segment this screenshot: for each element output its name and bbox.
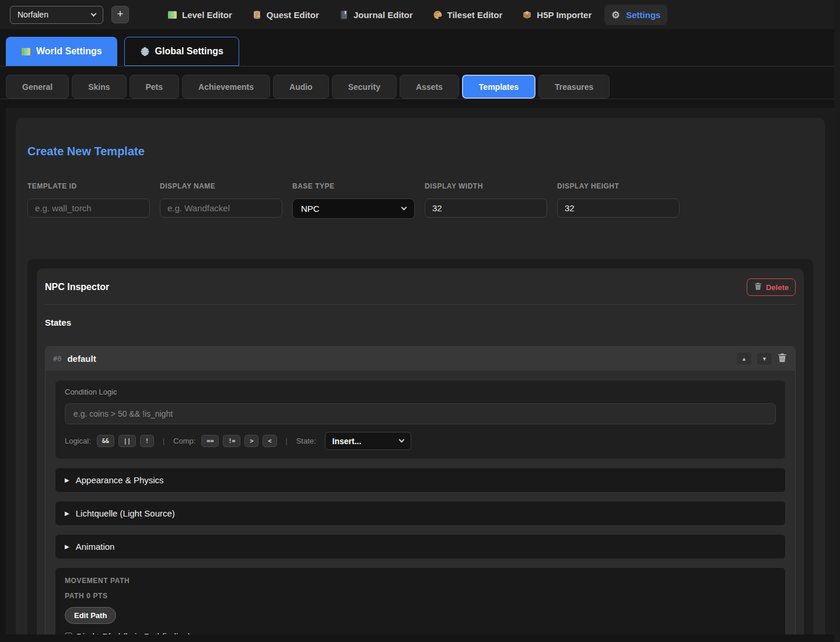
nav-label: Tileset Editor [447, 10, 503, 20]
delete-state-button[interactable] [777, 353, 788, 365]
group-divider: | [286, 437, 288, 445]
top-toolbar: Norfalen + Level Editor Quest Editor Jou… [0, 0, 840, 29]
group-divider: | [163, 437, 164, 445]
display-name-input[interactable] [160, 198, 282, 218]
delete-label: Delete [766, 283, 789, 292]
palette-icon [433, 10, 443, 20]
option-direct-path: Direkt-Pfad (kein Pathfinding) [65, 631, 776, 634]
tab-world-settings[interactable]: World Settings [6, 37, 117, 66]
section-light-source[interactable]: ▶ Lichtquelle (Light Source) [55, 501, 786, 526]
movement-path-title: MOVEMENT PATH [65, 577, 776, 585]
display-width-label: DISPLAY WIDTH [425, 182, 547, 190]
field-display-width: DISPLAY WIDTH [425, 182, 547, 219]
state-header: #0 default ▲ ▼ [46, 347, 795, 371]
op-or-button[interactable]: || [118, 435, 136, 447]
section-animation[interactable]: ▶ Animation [55, 534, 786, 559]
caret-right-icon: ▶ [65, 477, 69, 483]
scrollbar[interactable] [834, 0, 840, 642]
world-select[interactable]: Norfalen [10, 6, 103, 24]
state-index: #0 [53, 355, 61, 363]
scroll-icon [252, 10, 262, 20]
checkbox-label: Direkt-Pfad (kein Pathfinding) [76, 631, 191, 634]
state-actions: ▲ ▼ [736, 352, 788, 365]
display-width-input[interactable] [425, 198, 547, 218]
nav-level-editor[interactable]: Level Editor [160, 5, 239, 25]
comp-label: Comp: [173, 437, 195, 445]
nav-settings[interactable]: ⚙ Settings [604, 5, 667, 25]
settings-tab-row: World Settings Global Settings [0, 37, 840, 67]
movement-path-section: MOVEMENT PATH PATH 0 PTS Edit Path Direk… [55, 567, 786, 634]
section-label: Appearance & Physics [76, 475, 164, 485]
field-display-height: DISPLAY HEIGHT [557, 182, 680, 219]
notebook-icon [339, 10, 349, 20]
inspector-title: NPC Inspector [45, 282, 109, 292]
trash-icon [777, 353, 788, 365]
globe-icon [140, 47, 150, 57]
delete-template-button[interactable]: Delete [747, 278, 796, 296]
condition-logic-input[interactable] [65, 403, 776, 424]
condition-helper-row: Logical: && || ! | Comp: == != > < | [65, 432, 776, 450]
state-insert-select[interactable]: Insert... [325, 432, 411, 450]
op-eq-button[interactable]: == [201, 435, 219, 447]
section-label: Lichtquelle (Light Source) [76, 508, 175, 518]
nav-journal-editor[interactable]: Journal Editor [332, 5, 420, 25]
page-title: Create New Template [27, 145, 813, 158]
add-world-button[interactable]: + [111, 6, 129, 23]
direct-path-checkbox[interactable] [65, 633, 72, 634]
template-id-label: TEMPLATE ID [27, 182, 150, 190]
state-insert-label: State: [296, 437, 316, 445]
move-state-down-button[interactable]: ▼ [757, 352, 772, 365]
op-gt-button[interactable]: > [244, 435, 258, 447]
tab-templates[interactable]: Templates [462, 75, 536, 99]
tab-audio[interactable]: Audio [273, 75, 329, 99]
section-appearance-physics[interactable]: ▶ Appearance & Physics [55, 467, 786, 493]
caret-right-icon: ▶ [65, 510, 69, 517]
display-height-label: DISPLAY HEIGHT [557, 182, 680, 190]
nav-label: H5P Importer [537, 10, 592, 20]
nav-tileset-editor[interactable]: Tileset Editor [426, 5, 510, 25]
tab-treasures[interactable]: Treasures [538, 75, 610, 99]
nav-label: Level Editor [182, 10, 232, 20]
tab-pets[interactable]: Pets [130, 75, 180, 99]
field-display-name: DISPLAY NAME [160, 182, 282, 219]
tab-skins[interactable]: Skins [72, 75, 126, 99]
condition-logic-label: Condition Logic [65, 388, 776, 396]
tab-label: World Settings [36, 46, 102, 57]
op-neq-button[interactable]: != [223, 435, 240, 447]
chevron-down-icon [91, 11, 97, 16]
tab-achievements[interactable]: Achievements [182, 75, 270, 99]
tab-global-settings[interactable]: Global Settings [124, 37, 239, 66]
chevron-down-icon [401, 205, 407, 211]
world-map-icon [21, 47, 31, 57]
states-heading: States [45, 317, 796, 327]
base-type-select[interactable]: NPC [292, 198, 415, 219]
chevron-down-icon [398, 437, 404, 443]
field-template-id: TEMPLATE ID [27, 182, 150, 219]
edit-path-button[interactable]: Edit Path [65, 607, 116, 624]
display-name-label: DISPLAY NAME [160, 182, 282, 190]
section-tab-row: General Skins Pets Achievements Audio Se… [0, 75, 840, 99]
gear-icon: ⚙ [611, 10, 621, 20]
caret-right-icon: ▶ [65, 543, 69, 550]
nav-label: Quest Editor [267, 10, 319, 20]
op-and-button[interactable]: && [97, 435, 114, 447]
tab-assets[interactable]: Assets [400, 75, 459, 99]
base-type-value: NPC [301, 204, 320, 214]
tab-security[interactable]: Security [332, 75, 397, 99]
move-state-up-button[interactable]: ▲ [736, 352, 752, 365]
path-points-summary: PATH 0 PTS [65, 592, 776, 600]
nav-h5p-importer[interactable]: H5P Importer [515, 5, 598, 25]
nav-label: Settings [626, 10, 660, 20]
tab-general[interactable]: General [6, 75, 69, 99]
trash-icon [754, 282, 762, 292]
inspector-header: NPC Inspector Delete [45, 278, 796, 304]
state-card-default: #0 default ▲ ▼ [45, 346, 796, 634]
main-content: Create New Template TEMPLATE ID DISPLAY … [6, 108, 834, 634]
op-not-button[interactable]: ! [140, 435, 154, 447]
display-height-input[interactable] [557, 198, 680, 218]
nav-quest-editor[interactable]: Quest Editor [245, 5, 326, 25]
op-lt-button[interactable]: < [262, 435, 276, 447]
create-template-form: TEMPLATE ID DISPLAY NAME BASE TYPE NPC D… [27, 182, 813, 219]
template-id-input[interactable] [27, 198, 150, 218]
section-label: Animation [76, 542, 115, 552]
